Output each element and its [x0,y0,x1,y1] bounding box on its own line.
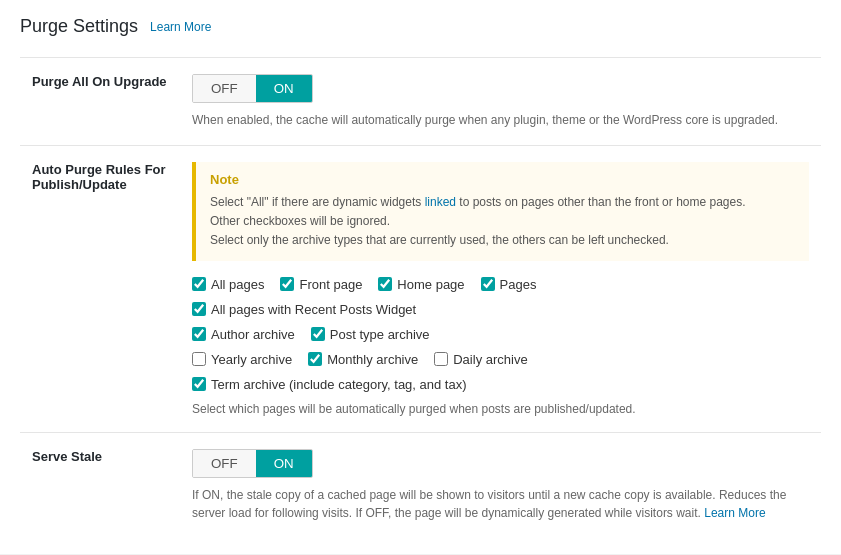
checkbox-all-pages-recent-label: All pages with Recent Posts Widget [211,302,416,317]
note-box: Note Select "All" if there are dynamic w… [192,162,809,261]
checkbox-home-page[interactable]: Home page [378,277,464,292]
checkbox-post-type-archive-label: Post type archive [330,327,430,342]
checkbox-monthly-archive-label: Monthly archive [327,352,418,367]
purge-all-toggle-off[interactable]: OFF [193,75,256,102]
checkbox-term-archive-label: Term archive (include category, tag, and… [211,377,467,392]
checkbox-row-2: All pages with Recent Posts Widget [192,302,809,317]
checkbox-daily-archive[interactable]: Daily archive [434,352,527,367]
checkbox-pages-input[interactable] [481,277,495,291]
checkbox-front-page[interactable]: Front page [280,277,362,292]
serve-stale-toggle-off[interactable]: OFF [193,450,256,477]
page-learn-more-link[interactable]: Learn More [150,20,211,34]
note-text: Select "All" if there are dynamic widget… [210,193,795,251]
checkbox-row-4: Yearly archive Monthly archive Daily arc… [192,352,809,367]
checkbox-monthly-archive[interactable]: Monthly archive [308,352,418,367]
checkbox-all-pages-input[interactable] [192,277,206,291]
checkbox-daily-archive-input[interactable] [434,352,448,366]
checkbox-author-archive-input[interactable] [192,327,206,341]
checkbox-pages-label: Pages [500,277,537,292]
purge-all-label: Purge All On Upgrade [32,74,167,89]
purge-all-toggle-on[interactable]: ON [256,75,312,102]
checkbox-post-type-archive[interactable]: Post type archive [311,327,430,342]
checkbox-front-page-input[interactable] [280,277,294,291]
checkbox-all-pages[interactable]: All pages [192,277,264,292]
purge-all-toggle[interactable]: OFF ON [192,74,313,103]
note-linked-link[interactable]: linked [425,195,456,209]
serve-stale-toggle-on[interactable]: ON [256,450,312,477]
checkbox-term-archive-input[interactable] [192,377,206,391]
checkbox-monthly-archive-input[interactable] [308,352,322,366]
checkbox-home-page-label: Home page [397,277,464,292]
checkbox-row-1: All pages Front page Home page Pages [192,277,809,292]
serve-stale-learn-more-link[interactable]: Learn More [704,506,765,520]
checkbox-post-type-archive-input[interactable] [311,327,325,341]
checkbox-author-archive-label: Author archive [211,327,295,342]
serve-stale-helper: If ON, the stale copy of a cached page w… [192,486,809,522]
note-title: Note [210,172,795,187]
checkbox-author-archive[interactable]: Author archive [192,327,295,342]
serve-stale-label: Serve Stale [32,449,102,464]
checkbox-all-pages-recent[interactable]: All pages with Recent Posts Widget [192,302,416,317]
checkbox-yearly-archive[interactable]: Yearly archive [192,352,292,367]
auto-purge-label: Auto Purge Rules For Publish/Update [32,162,166,192]
checkbox-term-archive[interactable]: Term archive (include category, tag, and… [192,377,467,392]
page-title: Purge Settings [20,16,138,37]
checkbox-yearly-archive-label: Yearly archive [211,352,292,367]
checkbox-front-page-label: Front page [299,277,362,292]
auto-purge-select-helper: Select which pages will be automatically… [192,402,809,416]
serve-stale-toggle[interactable]: OFF ON [192,449,313,478]
checkbox-yearly-archive-input[interactable] [192,352,206,366]
checkbox-pages[interactable]: Pages [481,277,537,292]
checkbox-home-page-input[interactable] [378,277,392,291]
checkbox-all-pages-label: All pages [211,277,264,292]
checkbox-row-5: Term archive (include category, tag, and… [192,377,809,392]
checkbox-row-3: Author archive Post type archive [192,327,809,342]
checkbox-all-pages-recent-input[interactable] [192,302,206,316]
checkbox-daily-archive-label: Daily archive [453,352,527,367]
purge-all-helper: When enabled, the cache will automatical… [192,111,809,129]
